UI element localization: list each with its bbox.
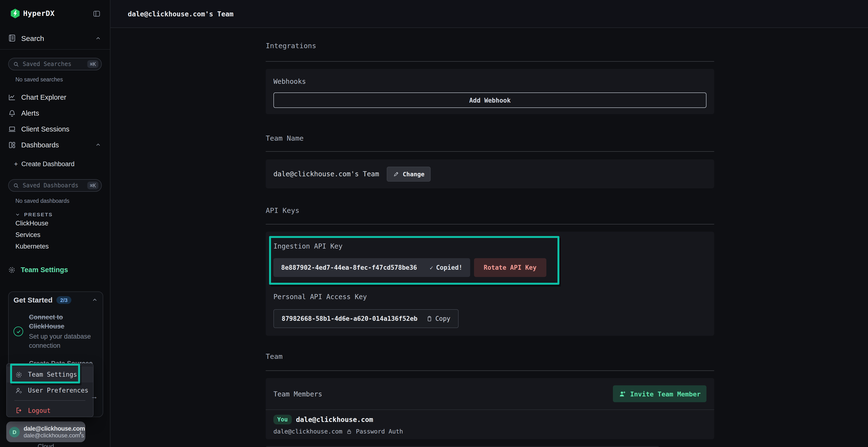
arrow-right-icon[interactable]: →: [91, 392, 98, 400]
hyperdx-logo-icon: [10, 9, 20, 18]
sidebar-item-search[interactable]: Search: [0, 27, 110, 49]
presets-toggle[interactable]: PRESETS: [15, 211, 110, 217]
main-area: dale@clickhouse.com's Team Integrations …: [111, 0, 868, 447]
team-members-title: Team Members: [273, 390, 322, 398]
menu-item-logout[interactable]: Logout: [7, 402, 93, 419]
preset-label: Services: [16, 231, 40, 238]
page-title: dale@clickhouse.com's Team: [128, 10, 234, 18]
team-member-row: You dale@clickhouse.com dale@clickhouse.…: [266, 410, 714, 435]
preset-item-services[interactable]: Services: [0, 229, 110, 240]
shortcut-badge: ⌘K: [88, 182, 98, 189]
step-title: Connect to ClickHouse: [29, 313, 92, 331]
laptop-icon: [8, 125, 17, 133]
menu-item-label: Team Settings: [28, 371, 77, 378]
step-text: Connect to ClickHouse Set up your databa…: [29, 313, 92, 350]
preset-label: Kubernetes: [16, 243, 49, 250]
saved-dashboards-input-wrap: ⌘K: [8, 179, 102, 192]
change-team-name-button[interactable]: Change: [387, 166, 431, 181]
chevron-up-icon: [95, 142, 101, 148]
logout-icon: [15, 407, 23, 414]
preset-item-kubernetes[interactable]: Kubernetes: [0, 240, 110, 252]
section-divider: [266, 61, 714, 62]
rotate-api-key-button[interactable]: Rotate API Key: [474, 258, 546, 277]
collapse-sidebar-button[interactable]: [93, 9, 101, 18]
no-saved-dashboards-note: No saved dashboards: [16, 198, 110, 204]
preset-item-clickhouse[interactable]: ClickHouse: [0, 217, 110, 229]
member-name: dale@clickhouse.com: [296, 416, 373, 423]
sidebar-nav: Chart Explorer Alerts Client Sessions Da…: [0, 89, 110, 153]
chevron-down-icon: [15, 212, 20, 217]
sidebar-item-team-settings[interactable]: Team Settings: [0, 262, 110, 278]
chevron-up-icon: [95, 35, 101, 41]
menu-item-label: User Preferences: [28, 387, 88, 394]
check-icon: ✓: [430, 264, 433, 271]
menu-divider: [14, 400, 85, 401]
top-bar: dale@clickhouse.com's Team: [111, 0, 868, 28]
gear-icon: [15, 371, 23, 378]
user-gear-icon: [15, 386, 23, 394]
ingestion-key-chip[interactable]: 8e887902-4ed7-44ea-8fec-f47cd578be36 ✓ C…: [273, 258, 470, 277]
section-title-integrations: Integrations: [266, 42, 714, 50]
sidebar: HyperDX Search ⌘K No saved se: [0, 0, 111, 447]
team-settings-label: Team Settings: [21, 266, 68, 274]
you-badge: You: [273, 415, 291, 424]
progress-badge: 2/3: [56, 296, 72, 304]
no-saved-searches-note: No saved searches: [16, 77, 110, 82]
get-started-title: Get Started: [13, 296, 53, 304]
user-account-chip[interactable]: D dale@clickhouse.com dale@clickhouse.co…: [6, 421, 85, 442]
plus-icon: +: [14, 160, 18, 168]
nav-label: Alerts: [21, 109, 39, 117]
menu-item-team-settings[interactable]: Team Settings: [7, 367, 93, 382]
webhooks-card: Webhooks Add Webhook: [266, 69, 714, 114]
sidebar-item-client-sessions[interactable]: Client Sessions: [0, 121, 110, 137]
member-meta: dale@clickhouse.com Password Auth: [273, 428, 707, 435]
team-members-header: Team Members Invite Team Member: [266, 378, 714, 409]
sidebar-item-chart-explorer[interactable]: Chart Explorer: [0, 89, 110, 105]
search-icon: [13, 61, 19, 67]
invite-team-member-button[interactable]: Invite Team Member: [613, 385, 707, 402]
sidebar-item-dashboards[interactable]: Dashboards: [0, 137, 110, 153]
user-plus-icon: [618, 390, 626, 398]
check-circle-icon: [13, 326, 23, 336]
search-icon: [13, 182, 19, 188]
get-started-step-connect[interactable]: Connect to ClickHouse Set up your databa…: [13, 313, 98, 350]
ingestion-key-row: 8e887902-4ed7-44ea-8fec-f47cd578be36 ✓ C…: [273, 258, 707, 277]
dashboards-grid-icon: [8, 140, 17, 149]
sidebar-item-alerts[interactable]: Alerts: [0, 105, 110, 121]
presets-label: PRESETS: [24, 211, 53, 217]
user-team: dale@clickhouse.com's: [24, 432, 79, 439]
member-email: dale@clickhouse.com: [273, 428, 342, 435]
lock-icon: [346, 428, 352, 434]
gear-icon: [8, 266, 16, 274]
get-started-header[interactable]: Get Started 2/3: [13, 296, 98, 304]
add-webhook-button[interactable]: Add Webhook: [273, 93, 707, 108]
team-card: Team Members Invite Team Member You: [266, 378, 714, 439]
shortcut-badge: ⌘K: [88, 60, 98, 68]
preset-label: ClickHouse: [16, 219, 49, 227]
logo-row: HyperDX: [0, 0, 110, 27]
section-divider: [266, 151, 714, 152]
section-divider: [266, 224, 714, 225]
team-name-card: dale@clickhouse.com's Team Change: [266, 160, 714, 188]
section-title-team: Team: [266, 353, 714, 361]
section-title-team-name: Team Name: [266, 134, 714, 143]
ingestion-key-label: Ingestion API Key: [273, 242, 707, 250]
next-card-edge: [266, 446, 659, 447]
nav-label: Client Sessions: [21, 125, 69, 133]
menu-item-user-preferences[interactable]: User Preferences: [7, 382, 93, 398]
invite-button-label: Invite Team Member: [630, 390, 701, 398]
copied-indicator: ✓ Copied!: [430, 264, 462, 271]
copy-button[interactable]: Copy: [426, 315, 451, 322]
panel-left-icon: [93, 9, 101, 18]
personal-key-label: Personal API Access Key: [273, 293, 707, 301]
webhooks-title: Webhooks: [273, 77, 707, 85]
personal-key-chip[interactable]: 87982668-58b1-4d6e-a620-014a136f52eb Cop…: [273, 309, 459, 328]
user-email: dale@clickhouse.com: [24, 425, 79, 432]
create-dashboard-button[interactable]: + Create Dashboard: [0, 157, 110, 171]
chevron-right-icon: ›: [79, 428, 82, 436]
saved-searches-input[interactable]: [23, 61, 88, 67]
team-name-value: dale@clickhouse.com's Team: [273, 170, 379, 178]
step-desc: Set up your database connection: [29, 332, 92, 350]
saved-dashboards-input[interactable]: [23, 182, 88, 189]
clipped-text-fragment: Cloud: [38, 443, 54, 447]
